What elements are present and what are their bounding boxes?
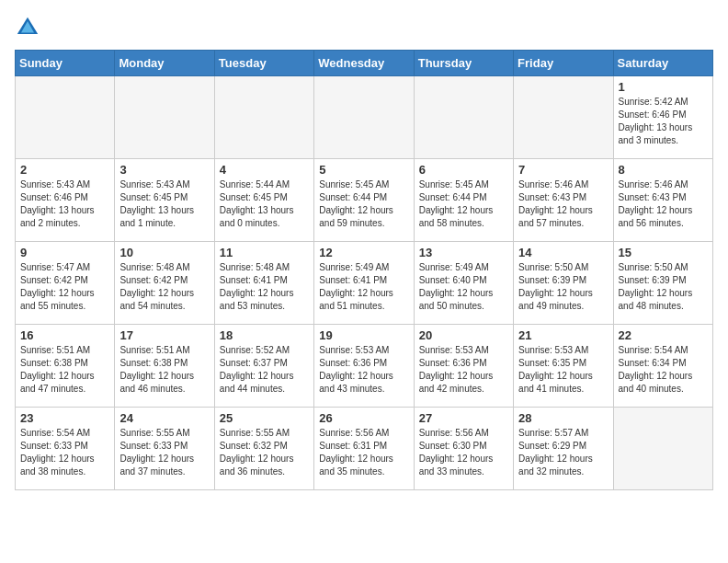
calendar-header-row: SundayMondayTuesdayWednesdayThursdayFrid…: [16, 51, 713, 76]
day-info: Sunrise: 5:43 AM Sunset: 6:45 PM Dayligh…: [119, 178, 209, 230]
day-number: 28: [518, 411, 608, 425]
calendar-header-sunday: Sunday: [16, 51, 115, 76]
day-number: 6: [419, 163, 508, 177]
calendar-cell: 12Sunrise: 5:49 AM Sunset: 6:41 PM Dayli…: [314, 242, 414, 325]
day-info: Sunrise: 5:55 AM Sunset: 6:32 PM Dayligh…: [220, 427, 309, 478]
day-number: 5: [319, 163, 408, 177]
calendar-cell: 9Sunrise: 5:47 AM Sunset: 6:42 PM Daylig…: [16, 242, 115, 325]
day-info: Sunrise: 5:53 AM Sunset: 6:35 PM Dayligh…: [518, 344, 608, 396]
calendar-cell: [514, 76, 613, 159]
calendar-table: SundayMondayTuesdayWednesdayThursdayFrid…: [15, 50, 713, 490]
day-info: Sunrise: 5:53 AM Sunset: 6:36 PM Dayligh…: [419, 344, 508, 396]
day-info: Sunrise: 5:53 AM Sunset: 6:36 PM Dayligh…: [319, 344, 408, 396]
calendar-cell: 7Sunrise: 5:46 AM Sunset: 6:43 PM Daylig…: [514, 159, 613, 242]
page-header: [15, 15, 713, 40]
calendar-cell: 13Sunrise: 5:49 AM Sunset: 6:40 PM Dayli…: [414, 242, 513, 325]
day-number: 15: [619, 246, 708, 259]
calendar-header-wednesday: Wednesday: [314, 51, 414, 76]
day-number: 1: [619, 80, 708, 94]
day-number: 16: [20, 328, 109, 342]
day-number: 11: [220, 246, 309, 259]
day-info: Sunrise: 5:52 AM Sunset: 6:37 PM Dayligh…: [220, 344, 309, 396]
calendar-cell: 5Sunrise: 5:45 AM Sunset: 6:44 PM Daylig…: [314, 159, 414, 242]
calendar-cell: 11Sunrise: 5:48 AM Sunset: 6:41 PM Dayli…: [214, 242, 313, 325]
day-info: Sunrise: 5:47 AM Sunset: 6:42 PM Dayligh…: [20, 261, 109, 313]
calendar-cell: 10Sunrise: 5:48 AM Sunset: 6:42 PM Dayli…: [115, 242, 214, 325]
day-number: 25: [220, 411, 309, 425]
day-number: 12: [319, 246, 408, 259]
calendar-cell: [115, 76, 214, 159]
calendar-cell: 16Sunrise: 5:51 AM Sunset: 6:38 PM Dayli…: [16, 325, 115, 408]
day-info: Sunrise: 5:49 AM Sunset: 6:41 PM Dayligh…: [319, 261, 408, 313]
day-number: 26: [319, 411, 408, 425]
day-info: Sunrise: 5:54 AM Sunset: 6:34 PM Dayligh…: [619, 344, 708, 396]
day-number: 24: [119, 411, 209, 425]
day-number: 7: [518, 163, 608, 177]
calendar-cell: 18Sunrise: 5:52 AM Sunset: 6:37 PM Dayli…: [214, 325, 313, 408]
day-number: 27: [419, 411, 508, 425]
calendar-cell: 26Sunrise: 5:56 AM Sunset: 6:31 PM Dayli…: [314, 408, 414, 490]
day-info: Sunrise: 5:57 AM Sunset: 6:29 PM Dayligh…: [518, 427, 608, 478]
day-number: 14: [518, 246, 608, 259]
day-number: 4: [220, 163, 309, 177]
calendar-week-row: 23Sunrise: 5:54 AM Sunset: 6:33 PM Dayli…: [16, 408, 713, 490]
calendar-header-saturday: Saturday: [613, 51, 712, 76]
day-info: Sunrise: 5:48 AM Sunset: 6:42 PM Dayligh…: [119, 261, 209, 313]
calendar-week-row: 9Sunrise: 5:47 AM Sunset: 6:42 PM Daylig…: [16, 242, 713, 325]
logo-icon: [15, 15, 40, 40]
day-number: 10: [119, 246, 209, 259]
day-number: 2: [20, 163, 109, 177]
day-number: 13: [419, 246, 508, 259]
day-info: Sunrise: 5:54 AM Sunset: 6:33 PM Dayligh…: [20, 427, 109, 478]
day-info: Sunrise: 5:55 AM Sunset: 6:33 PM Dayligh…: [119, 427, 209, 478]
calendar-cell: [613, 408, 712, 490]
day-number: 18: [220, 328, 309, 342]
calendar-cell: [314, 76, 414, 159]
day-number: 3: [119, 163, 209, 177]
day-number: 20: [419, 328, 508, 342]
calendar-body: 1Sunrise: 5:42 AM Sunset: 6:46 PM Daylig…: [16, 76, 713, 490]
calendar-cell: 21Sunrise: 5:53 AM Sunset: 6:35 PM Dayli…: [514, 325, 613, 408]
calendar-cell: 19Sunrise: 5:53 AM Sunset: 6:36 PM Dayli…: [314, 325, 414, 408]
day-info: Sunrise: 5:46 AM Sunset: 6:43 PM Dayligh…: [619, 178, 708, 230]
calendar-header-tuesday: Tuesday: [214, 51, 313, 76]
day-info: Sunrise: 5:56 AM Sunset: 6:30 PM Dayligh…: [419, 427, 508, 478]
day-number: 8: [619, 163, 708, 177]
day-info: Sunrise: 5:45 AM Sunset: 6:44 PM Dayligh…: [319, 178, 408, 230]
day-info: Sunrise: 5:43 AM Sunset: 6:46 PM Dayligh…: [20, 178, 109, 230]
day-info: Sunrise: 5:50 AM Sunset: 6:39 PM Dayligh…: [619, 261, 708, 313]
calendar-cell: 22Sunrise: 5:54 AM Sunset: 6:34 PM Dayli…: [613, 325, 712, 408]
calendar-cell: 23Sunrise: 5:54 AM Sunset: 6:33 PM Dayli…: [16, 408, 115, 490]
day-info: Sunrise: 5:44 AM Sunset: 6:45 PM Dayligh…: [220, 178, 309, 230]
calendar-cell: 27Sunrise: 5:56 AM Sunset: 6:30 PM Dayli…: [414, 408, 513, 490]
day-number: 23: [20, 411, 109, 425]
day-info: Sunrise: 5:49 AM Sunset: 6:40 PM Dayligh…: [419, 261, 508, 313]
calendar-cell: 25Sunrise: 5:55 AM Sunset: 6:32 PM Dayli…: [214, 408, 313, 490]
calendar-cell: 14Sunrise: 5:50 AM Sunset: 6:39 PM Dayli…: [514, 242, 613, 325]
calendar-cell: 6Sunrise: 5:45 AM Sunset: 6:44 PM Daylig…: [414, 159, 513, 242]
day-info: Sunrise: 5:46 AM Sunset: 6:43 PM Dayligh…: [518, 178, 608, 230]
calendar-cell: [16, 76, 115, 159]
calendar-week-row: 2Sunrise: 5:43 AM Sunset: 6:46 PM Daylig…: [16, 159, 713, 242]
calendar-cell: [414, 76, 513, 159]
day-info: Sunrise: 5:45 AM Sunset: 6:44 PM Dayligh…: [419, 178, 508, 230]
calendar-cell: 24Sunrise: 5:55 AM Sunset: 6:33 PM Dayli…: [115, 408, 214, 490]
day-number: 21: [518, 328, 608, 342]
day-info: Sunrise: 5:56 AM Sunset: 6:31 PM Dayligh…: [319, 427, 408, 478]
calendar-cell: 3Sunrise: 5:43 AM Sunset: 6:45 PM Daylig…: [115, 159, 214, 242]
calendar-cell: 1Sunrise: 5:42 AM Sunset: 6:46 PM Daylig…: [613, 76, 712, 159]
calendar-cell: 15Sunrise: 5:50 AM Sunset: 6:39 PM Dayli…: [613, 242, 712, 325]
day-number: 22: [619, 328, 708, 342]
day-number: 17: [119, 328, 209, 342]
calendar-week-row: 1Sunrise: 5:42 AM Sunset: 6:46 PM Daylig…: [16, 76, 713, 159]
day-info: Sunrise: 5:51 AM Sunset: 6:38 PM Dayligh…: [20, 344, 109, 396]
calendar-cell: 2Sunrise: 5:43 AM Sunset: 6:46 PM Daylig…: [16, 159, 115, 242]
logo: [15, 15, 44, 40]
day-info: Sunrise: 5:48 AM Sunset: 6:41 PM Dayligh…: [220, 261, 309, 313]
calendar-header-thursday: Thursday: [414, 51, 513, 76]
calendar-header-friday: Friday: [514, 51, 613, 76]
day-info: Sunrise: 5:50 AM Sunset: 6:39 PM Dayligh…: [518, 261, 608, 313]
calendar-cell: 17Sunrise: 5:51 AM Sunset: 6:38 PM Dayli…: [115, 325, 214, 408]
calendar-cell: 20Sunrise: 5:53 AM Sunset: 6:36 PM Dayli…: [414, 325, 513, 408]
calendar-cell: 28Sunrise: 5:57 AM Sunset: 6:29 PM Dayli…: [514, 408, 613, 490]
